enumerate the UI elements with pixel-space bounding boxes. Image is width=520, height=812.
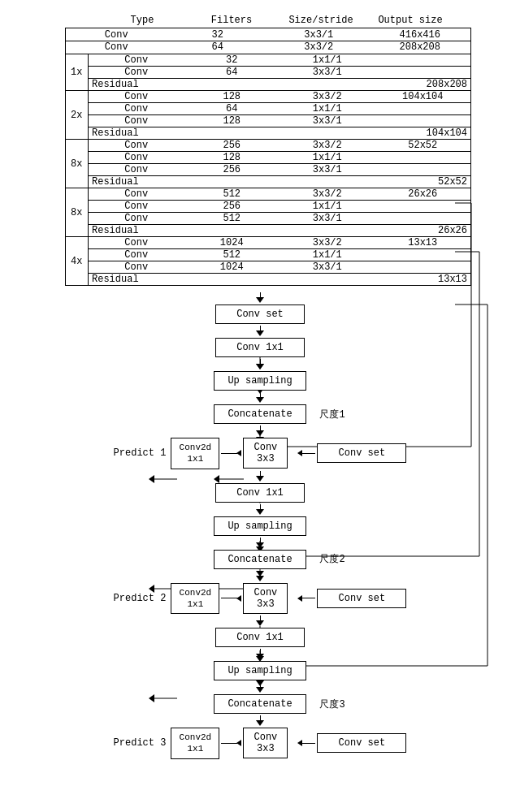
mult-8x-2: 8x [66, 188, 89, 236]
diagram-container: Type Filters Size/stride Output size Con… [0, 0, 520, 785]
scale-label-3: 尺度3 [319, 698, 344, 711]
arrow2 [256, 359, 264, 369]
arrow-right-from-convset-3 [297, 740, 315, 746]
g2-row1: Conv 128 3x3/2 104x104 [89, 91, 470, 102]
flow-upsampling-1: Up sampling [214, 371, 306, 391]
predict1-conv2d: Conv2d1x1 [171, 438, 219, 469]
predict2-conv2d: Conv2d1x1 [171, 583, 219, 615]
r1-size: 3x3/1 [268, 29, 370, 41]
predict1-left: Predict 1 Conv2d1x1 Conv3x3 [114, 436, 288, 471]
r1-type: Conv [66, 29, 167, 41]
table-headers: Type Filters Size/stride Output size [98, 15, 455, 26]
predict3-conv3x3: Conv3x3 [243, 728, 288, 758]
predict3-left: Predict 3 Conv2d1x1 Conv3x3 [114, 726, 288, 761]
flow-conv-set-p2: Conv set [317, 589, 406, 608]
g4-residual: Residual 26x26 [89, 224, 470, 236]
flow-conv-1x1-3: Conv 1x1 [215, 628, 305, 647]
arrow8 [256, 571, 264, 581]
arrow4 [256, 425, 264, 436]
g3-row2: Conv 128 1x1/1 [89, 151, 470, 163]
concatenate-1-row: Concatenate 尺度1 [214, 403, 306, 425]
g5-row2: Conv 512 1x1/1 [89, 248, 470, 261]
predict3-conv2d: Conv2d1x1 [171, 728, 219, 759]
predict3-label: Predict 3 [114, 737, 167, 749]
flow-conv-set-p1: Conv set [317, 443, 406, 463]
arrow-left-3 [221, 740, 241, 746]
group-2x-content: Conv 128 3x3/2 104x104 Conv 64 1x1/1 Con… [89, 91, 470, 139]
flow-concatenate-3: Concatenate [214, 694, 306, 714]
mult-8x-1: 8x [66, 140, 89, 188]
backbone-section: Conv 32 3x3/1 416x416 Conv 64 3x3/2 208x… [65, 28, 471, 286]
group-4x-content: Conv 1024 3x3/2 13x13 Conv 512 1x1/1 Con… [89, 237, 470, 285]
g4-row1: Conv 512 3x3/2 26x26 [89, 188, 470, 200]
predict2-label: Predict 2 [114, 593, 167, 604]
group-8x-52-content: Conv 256 3x3/2 52x52 Conv 128 1x1/1 Conv… [89, 140, 470, 188]
predict2-area: Predict 2 Conv2d1x1 Conv3x3 Conv set [0, 581, 520, 616]
g5-row1: Conv 1024 3x3/2 13x13 [89, 237, 470, 248]
col-output: Output size [366, 15, 455, 26]
flow-conv-1x1-1: Conv 1x1 [215, 338, 305, 357]
group-8x-26: 8x Conv 512 3x3/2 26x26 Conv 256 1x1/1 C… [65, 188, 471, 237]
r2-output: 208x208 [370, 41, 471, 53]
group-1x-content: Conv 32 1x1/1 Conv 64 3x3/1 Residual 208… [89, 54, 470, 90]
group-4x-13: 4x Conv 1024 3x3/2 13x13 Conv 512 1x1/1 … [65, 237, 471, 286]
conv-row-2: Conv 64 3x3/2 208x208 [66, 41, 470, 53]
predict3-area: Predict 3 Conv2d1x1 Conv3x3 Conv set [0, 726, 520, 761]
r2-size: 3x3/2 [268, 41, 370, 53]
g2-row3: Conv 128 3x3/1 [89, 114, 470, 127]
scale-label-2: 尺度2 [319, 552, 344, 566]
g3-row3: Conv 256 3x3/1 [89, 163, 470, 175]
r2-type: Conv [66, 41, 167, 53]
flow-conv-set-1: Conv set [215, 304, 305, 324]
arrow10 [256, 649, 264, 659]
g1-row1: Conv 32 1x1/1 [89, 54, 470, 66]
g1-residual: Residual 208x208 [89, 78, 470, 90]
g3-row1: Conv 256 3x3/2 52x52 [89, 140, 470, 151]
g1-row2: Conv 64 3x3/1 [89, 66, 470, 78]
arrow-left-2 [221, 595, 241, 602]
group-2x: 2x Conv 128 3x3/2 104x104 Conv 64 1x1/1 … [65, 91, 471, 140]
arrow11 [256, 682, 264, 693]
group-1x: 1x Conv 32 1x1/1 Conv 64 3x3/1 Residual … [65, 54, 471, 91]
col-size: Size/stride [276, 15, 366, 26]
mult-1x: 1x [66, 54, 89, 90]
col-filters: Filters [187, 15, 276, 26]
arrow9 [256, 615, 264, 626]
arrow-backbone-to-convset [256, 292, 264, 303]
flow-section: Conv set Conv 1x1 Up sampling Concatenat… [0, 292, 520, 777]
group-8x-52: 8x Conv 256 3x3/2 52x52 Conv 128 1x1/1 C… [65, 140, 471, 188]
mult-4x: 4x [66, 237, 89, 285]
flow-upsampling-3: Up sampling [214, 661, 306, 680]
arrow3 [256, 392, 264, 403]
g5-row3: Conv 1024 3x3/1 [89, 261, 470, 273]
arrow5 [256, 471, 264, 482]
concatenate-2-row: Concatenate 尺度2 [214, 548, 306, 571]
g2-residual: Residual 104x104 [89, 127, 470, 139]
predict2-left: Predict 2 Conv2d1x1 Conv3x3 [114, 581, 288, 616]
arrow-right-from-convset-1 [297, 450, 315, 456]
g5-residual: Residual 13x13 [89, 273, 470, 285]
flow-conv-set-p3: Conv set [317, 733, 406, 753]
predict1-label: Predict 1 [114, 447, 167, 459]
predict2-conv3x3: Conv3x3 [243, 583, 288, 614]
predict1-conv3x3: Conv3x3 [243, 438, 288, 469]
conv-row-1: Conv 32 3x3/1 416x416 [66, 29, 470, 41]
flow-concatenate-2: Concatenate [214, 550, 306, 569]
arrow-left-1 [221, 450, 241, 456]
flow-upsampling-2: Up sampling [214, 516, 306, 536]
r2-filters: 64 [167, 41, 269, 53]
r1-filters: 32 [167, 29, 269, 41]
g4-row3: Conv 512 3x3/1 [89, 212, 470, 224]
arrow7 [256, 538, 264, 548]
r1-output: 416x416 [370, 29, 471, 41]
top-conv-rows: Conv 32 3x3/1 416x416 Conv 64 3x3/2 208x… [65, 28, 471, 54]
mult-2x: 2x [66, 91, 89, 139]
arrow6 [256, 504, 264, 515]
arrow1 [256, 326, 264, 336]
scale-label-1: 尺度1 [319, 408, 344, 421]
g2-row2: Conv 64 1x1/1 [89, 102, 470, 114]
arrow12 [256, 715, 264, 726]
arrow-right-from-convset-2 [297, 595, 315, 602]
g4-row2: Conv 256 1x1/1 [89, 200, 470, 212]
g3-residual: Residual 52x52 [89, 175, 470, 188]
